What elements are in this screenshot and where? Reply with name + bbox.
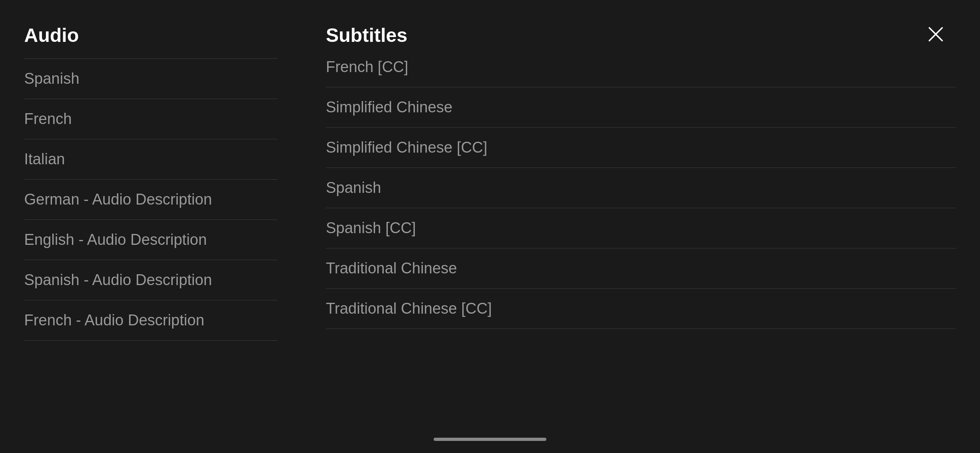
close-button[interactable] [924,22,948,46]
subtitles-list-item[interactable]: Spanish [CC] [326,208,956,248]
subtitles-item-label: Spanish [326,179,381,197]
list-item-label: French [24,110,72,128]
list-item-label: English - Audio Description [24,231,207,248]
audio-section: Audio Spanish French Italian German - Au… [0,24,302,453]
audio-list: Spanish French Italian German - Audio De… [24,58,278,341]
list-item-label: Italian [24,151,65,168]
subtitles-list-item[interactable]: Simplified Chinese [CC] [326,128,956,168]
list-item[interactable]: Italian [24,139,278,180]
list-item[interactable]: English - Audio Description [24,220,278,260]
subtitles-list-item[interactable]: Spanish [326,168,956,208]
list-item-label: Spanish - Audio Description [24,271,212,289]
subtitles-item-label: Simplified Chinese [CC] [326,139,487,156]
close-icon [928,26,944,42]
subtitles-list: French [CC] Simplified Chinese Simplifie… [326,58,956,329]
list-item[interactable]: Spanish - Audio Description [24,260,278,300]
list-item[interactable]: Spanish [24,58,278,99]
subtitles-item-label: French [CC] [326,58,408,76]
list-item[interactable]: French - Audio Description [24,300,278,341]
subtitles-item-label: Simplified Chinese [326,99,453,116]
subtitles-item-label: Traditional Chinese [CC] [326,300,492,317]
list-item-label: French - Audio Description [24,312,204,329]
subtitles-section: Subtitles French [CC] Simplified Chinese… [302,24,980,453]
subtitles-list-item[interactable]: French [CC] [326,58,956,87]
scroll-indicator [434,438,546,441]
list-item-label: German - Audio Description [24,191,212,208]
subtitles-list-item[interactable]: Simplified Chinese [326,87,956,128]
subtitles-list-item[interactable]: Traditional Chinese [326,248,956,289]
subtitles-title: Subtitles [326,24,956,46]
list-item[interactable]: German - Audio Description [24,180,278,220]
audio-title: Audio [24,24,278,46]
subtitles-item-label: Spanish [CC] [326,219,416,237]
main-container: Audio Spanish French Italian German - Au… [0,0,980,453]
list-item-label: Spanish [24,70,79,87]
list-item[interactable]: French [24,99,278,139]
subtitles-list-item[interactable]: Traditional Chinese [CC] [326,289,956,329]
subtitles-item-label: Traditional Chinese [326,260,457,277]
